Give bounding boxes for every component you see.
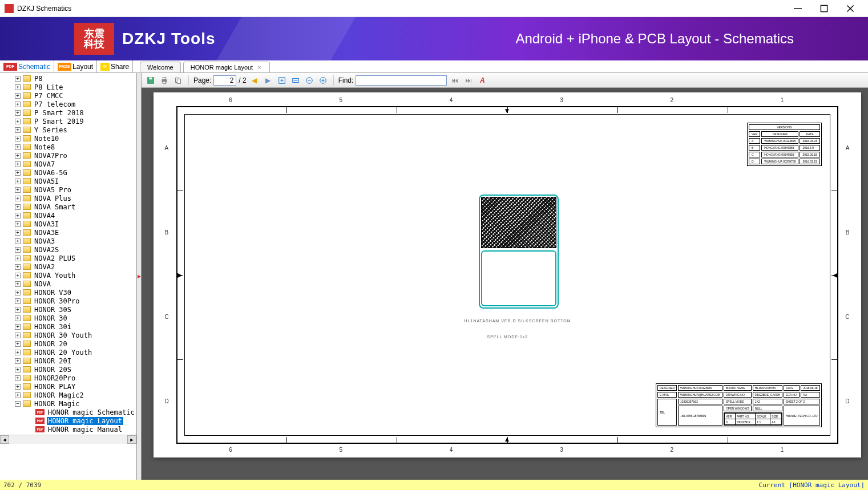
tree-folder[interactable]: +HONOR V30 [0, 288, 136, 297]
expand-icon[interactable]: + [15, 187, 21, 193]
tree-folder[interactable]: +HONOR 30i [0, 322, 136, 331]
tree-folder[interactable]: +HONOR 20I [0, 357, 136, 365]
expand-icon[interactable]: + [15, 127, 21, 133]
expand-icon[interactable]: + [15, 247, 21, 253]
tree-folder[interactable]: +P7 CMCC [0, 91, 136, 100]
expand-icon[interactable]: + [15, 136, 21, 141]
expand-icon[interactable]: + [15, 221, 21, 227]
tree-folder[interactable]: +NOVA3 [0, 237, 136, 245]
expand-icon[interactable]: + [15, 153, 21, 159]
expand-icon[interactable]: + [15, 213, 21, 218]
tree-folder[interactable]: +HONOR 20S [0, 365, 136, 374]
tree-folder[interactable]: +P7 telecom [0, 100, 136, 108]
expand-icon[interactable]: + [15, 76, 21, 82]
tree-folder[interactable]: +HONOR 30S [0, 305, 136, 314]
maximize-button[interactable] [811, 0, 837, 17]
page-input[interactable] [213, 75, 236, 86]
expand-icon[interactable]: + [15, 367, 21, 372]
tree-folder[interactable]: +HONOR 20 [0, 339, 136, 348]
find-prev-button[interactable]: ⏮ [449, 75, 461, 86]
expand-icon[interactable]: + [15, 196, 21, 201]
expand-icon[interactable]: + [15, 350, 21, 355]
expand-icon[interactable]: + [15, 144, 21, 150]
tree-folder[interactable]: +NOVA3I [0, 220, 136, 228]
expand-icon[interactable]: + [15, 93, 21, 99]
close-tab-icon[interactable]: × [256, 64, 262, 71]
expand-icon[interactable]: + [15, 324, 21, 330]
scroll-left-icon[interactable]: ◄ [0, 435, 9, 444]
tree-folder[interactable]: +NOVA [0, 280, 136, 288]
expand-icon[interactable]: + [15, 264, 21, 270]
tree-folder[interactable]: +NOVA7Pro [0, 151, 136, 160]
expand-icon[interactable]: + [15, 273, 21, 278]
fit-width-button[interactable] [290, 75, 301, 86]
expand-icon[interactable]: + [15, 358, 21, 364]
save-button[interactable] [145, 75, 156, 86]
tab-share[interactable]: ⟳ Share [97, 60, 133, 72]
tree-folder[interactable]: +HONOR20Pro [0, 374, 136, 382]
tree-folder[interactable]: +NOVA2 PLUS [0, 254, 136, 262]
expand-icon[interactable]: + [15, 119, 21, 124]
expand-icon[interactable]: + [15, 204, 21, 210]
tab-layout[interactable]: PADS Layout [54, 60, 97, 72]
find-next-button[interactable]: ⏭ [463, 75, 474, 86]
expand-icon[interactable]: + [15, 110, 21, 116]
expand-icon[interactable]: + [15, 161, 21, 167]
expand-icon[interactable]: + [15, 307, 21, 313]
tree-file[interactable]: PDFHONOR magic Layout [0, 416, 136, 425]
expand-icon[interactable]: + [15, 384, 21, 390]
doc-tab-active[interactable]: HONOR magic Layout × [183, 62, 270, 72]
tree-folder[interactable]: +NOVA Youth [0, 271, 136, 280]
tree-folder[interactable]: +NOVA2 [0, 262, 136, 271]
expand-icon[interactable]: + [15, 230, 21, 236]
tree-folder[interactable]: +Y Series [0, 125, 136, 134]
prev-page-button[interactable]: ◀ [249, 75, 260, 86]
tree-file[interactable]: PDFHONOR magic Manual [0, 425, 136, 434]
tab-schematic[interactable]: PDF Schematic [0, 60, 54, 72]
tree-folder[interactable]: +NOVA5I [0, 177, 136, 185]
tree-folder[interactable]: +HONOR 30 [0, 314, 136, 322]
print-button[interactable] [159, 75, 170, 86]
tree-folder-expanded[interactable]: −HONOR Magic [0, 399, 136, 408]
tree-folder[interactable]: +NOVA7 [0, 160, 136, 168]
tree-folder[interactable]: +P8 Lite [0, 83, 136, 91]
expand-icon[interactable]: + [15, 375, 21, 381]
tree-folder[interactable]: +P8 [0, 74, 136, 83]
zoom-out-button[interactable] [304, 75, 315, 86]
find-input[interactable] [356, 75, 447, 86]
tree-folder[interactable]: +HONOR Magic2 [0, 391, 136, 399]
tree-folder[interactable]: +NOVA3E [0, 228, 136, 237]
sidebar[interactable]: +P8+P8 Lite+P7 CMCC+P7 telecom+P Smart 2… [0, 73, 137, 480]
tree-folder[interactable]: +NOVA5 Pro [0, 185, 136, 194]
expand-icon[interactable]: + [15, 298, 21, 304]
tree-folder[interactable]: +NOVA4 [0, 211, 136, 220]
expand-icon[interactable]: + [15, 315, 21, 321]
text-style-button[interactable]: A [477, 75, 488, 86]
expand-icon[interactable]: + [15, 290, 21, 295]
expand-icon[interactable]: + [15, 170, 21, 176]
expand-icon[interactable]: + [15, 281, 21, 287]
tree-folder[interactable]: +NOVA6-5G [0, 168, 136, 177]
expand-icon[interactable]: + [15, 256, 21, 261]
expand-icon[interactable]: + [15, 341, 21, 347]
zoom-in-button[interactable] [317, 75, 329, 86]
tree-folder[interactable]: +HONOR 30 Youth [0, 331, 136, 339]
copy-button[interactable] [172, 75, 184, 86]
tree-folder[interactable]: +Note10 [0, 134, 136, 143]
tree-folder[interactable]: +NOVA Smart [0, 203, 136, 211]
expand-icon[interactable]: + [15, 179, 21, 184]
tree-folder[interactable]: +Note8 [0, 143, 136, 151]
expand-icon[interactable]: + [15, 102, 21, 107]
expand-icon[interactable]: + [15, 392, 21, 398]
close-button[interactable] [837, 0, 863, 17]
tree-folder[interactable]: +NOVA Plus [0, 194, 136, 203]
doc-tab-welcome[interactable]: Welcome [140, 62, 181, 72]
minimize-button[interactable] [785, 0, 811, 17]
tree-folder[interactable]: +NOVA2S [0, 245, 136, 254]
tree-folder[interactable]: +HONOR PLAY [0, 382, 136, 391]
scroll-right-icon[interactable]: ► [127, 435, 136, 444]
expand-icon[interactable]: + [15, 333, 21, 338]
sidebar-collapse-handle[interactable] [137, 73, 142, 480]
collapse-icon[interactable]: − [15, 401, 21, 407]
expand-icon[interactable]: + [15, 238, 21, 244]
